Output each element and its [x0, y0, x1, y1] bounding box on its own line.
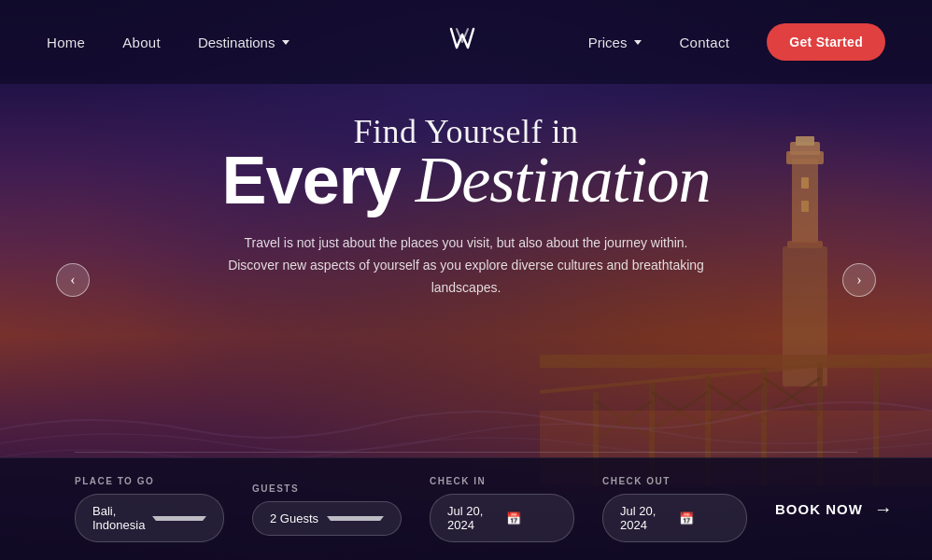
svg-rect-6: [801, 177, 809, 189]
guests-select[interactable]: 2 Guests: [252, 501, 402, 536]
svg-rect-3: [796, 136, 814, 146]
booking-bar: PLACE TO GO Bali, Indonesia GUESTS 2 Gue…: [0, 457, 932, 560]
check-out-calendar-icon: 📅: [679, 511, 730, 525]
nav-home[interactable]: Home: [47, 35, 85, 50]
guests-field: GUESTS 2 Guests: [252, 483, 402, 536]
prev-slide-button[interactable]: ‹: [56, 263, 90, 297]
nav-contact[interactable]: Contact: [679, 35, 729, 50]
prices-chevron-icon: [634, 40, 642, 45]
hero-content: Find Yourself in Every Destination Trave…: [139, 112, 793, 299]
prev-arrow-icon: ‹: [70, 272, 75, 288]
destinations-chevron-icon: [282, 40, 289, 45]
nav-logo[interactable]: [447, 21, 485, 63]
check-out-value: Jul 20, 2024: [620, 504, 671, 532]
hero-bold-word: Every: [222, 147, 401, 214]
check-in-field: CHECK IN Jul 20, 2024 📅: [430, 476, 574, 542]
next-slide-button[interactable]: ›: [842, 263, 876, 297]
book-now-label: BOOK NOW: [775, 501, 863, 517]
place-to-go-value: Bali, Indonesia: [92, 504, 145, 532]
check-in-input[interactable]: Jul 20, 2024 📅: [430, 494, 574, 542]
nav-right: Prices Contact Get Started: [588, 23, 885, 61]
hero-description: Travel is not just about the places you …: [223, 232, 709, 299]
nav-destinations-label: Destinations: [198, 35, 275, 50]
navbar: Home About Destinations Prices Contact G…: [0, 0, 932, 84]
place-to-go-select[interactable]: Bali, Indonesia: [75, 494, 224, 542]
divider-line: [75, 452, 857, 453]
hero-main-title: Every Destination: [139, 147, 793, 214]
brand-logo-icon: [447, 21, 485, 59]
guests-value: 2 Guests: [270, 511, 319, 525]
place-to-go-chevron-icon: [152, 516, 206, 521]
guests-chevron-icon: [327, 516, 384, 521]
nav-about[interactable]: About: [122, 35, 161, 50]
nav-prices[interactable]: Prices: [588, 35, 643, 50]
nav-prices-label: Prices: [588, 35, 628, 50]
check-out-input[interactable]: Jul 20, 2024 📅: [602, 494, 747, 542]
place-to-go-label: PLACE TO GO: [75, 476, 224, 486]
check-out-field: CHECK OUT Jul 20, 2024 📅: [602, 476, 747, 542]
check-out-label: CHECK OUT: [602, 476, 747, 486]
get-started-button[interactable]: Get Started: [767, 23, 885, 61]
book-now-button[interactable]: BOOK NOW →: [775, 498, 893, 520]
svg-rect-7: [801, 201, 809, 212]
hero-italic-word: Destination: [416, 147, 711, 213]
next-arrow-icon: ›: [856, 272, 861, 288]
nav-left: Home About Destinations: [47, 35, 289, 50]
check-in-value: Jul 20, 2024: [447, 504, 499, 532]
place-to-go-field: PLACE TO GO Bali, Indonesia: [75, 476, 224, 542]
check-in-label: CHECK IN: [430, 476, 574, 486]
book-now-arrow-icon: →: [874, 498, 893, 520]
guests-label: GUESTS: [252, 483, 402, 494]
nav-destinations[interactable]: Destinations: [198, 35, 290, 50]
check-in-calendar-icon: 📅: [506, 511, 558, 525]
